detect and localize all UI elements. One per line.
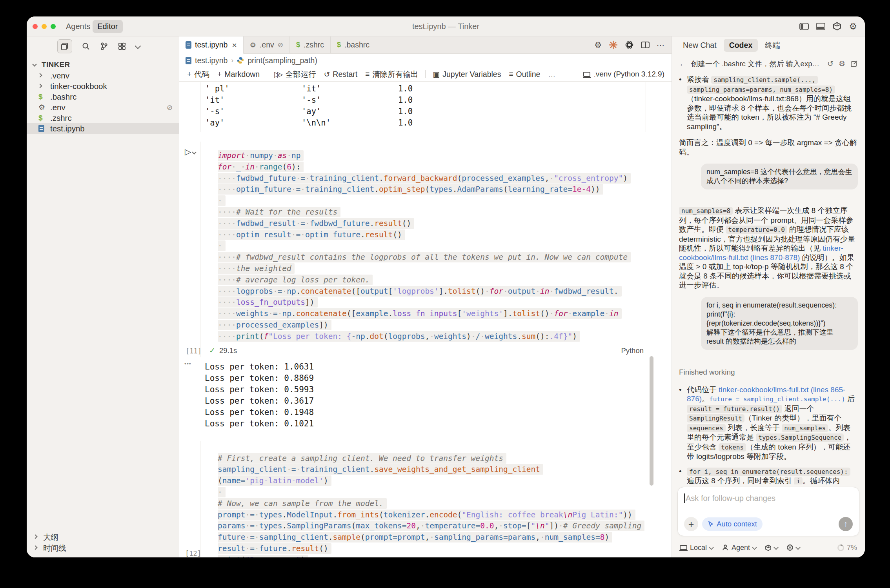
tree-item-.venv[interactable]: .venv: [27, 70, 179, 81]
openai-logo-icon[interactable]: [625, 40, 634, 49]
toolbar-outline[interactable]: ≡Outline: [506, 70, 543, 79]
tab-new-chat[interactable]: New Chat: [680, 39, 720, 52]
toggle-sidebar-icon[interactable]: [799, 23, 809, 30]
editor-tab-.bashrc[interactable]: $.bashrc: [331, 36, 376, 53]
notebook-settings-gear-icon[interactable]: ⚙: [594, 41, 602, 49]
editor-mode-tab[interactable]: Editor: [93, 20, 122, 33]
context-usage[interactable]: 7%: [837, 544, 857, 552]
toolbar-more-actions[interactable]: …: [545, 70, 559, 78]
code-line-bg: for·_·in·range(6):: [218, 162, 304, 172]
chat-thread[interactable]: ← 创建一个 .bashrc 文件，然后 输入export TINKER... …: [672, 54, 865, 484]
editor-tabstrip: test.ipynb×⚙.env⊘$.zshrc$.bashrc ⚙ ⋯: [179, 36, 672, 54]
code-cell-11[interactable]: ▷ import·numpy·as·npfor·_·in·range(6):··…: [179, 142, 646, 357]
reasoning-selector[interactable]: [786, 544, 801, 551]
model-selector[interactable]: [765, 544, 779, 551]
run-cell-button[interactable]: ▷: [185, 147, 197, 157]
tree-item-test.ipynb[interactable]: test.ipynb: [27, 123, 179, 134]
extensions-icon[interactable]: [118, 42, 126, 51]
chevron-down-icon[interactable]: [135, 43, 141, 49]
inline-code-chip: tokens: [719, 443, 746, 451]
code-line: ····optim_future·=·training_client.optim…: [200, 184, 646, 195]
tab-label: .zshrc: [304, 40, 324, 49]
code-token: ·: [273, 287, 278, 296]
explorer-icon[interactable]: [57, 39, 72, 53]
auto-context-pill[interactable]: Auto context: [702, 517, 763, 531]
vertical-scrollbar-thumb[interactable]: [650, 356, 653, 486]
toolbar-restart[interactable]: ↺Restart: [320, 70, 360, 79]
assistant-bullets-top: •紧接着 sampling_client.sample(..., samplin…: [679, 75, 858, 137]
workspace-root[interactable]: TINKER: [27, 59, 179, 70]
chat-panel: New Chat Codex 终端 ← 创建一个 .bashrc 文件，然后 输…: [672, 36, 865, 557]
code-line: ····fwdbwd_result·=·fwdbwd_future.result…: [200, 218, 646, 229]
tree-item-tinker-cookbook[interactable]: tinker-cookbook: [27, 81, 179, 91]
code-token: ·: [273, 151, 278, 160]
chat-input-card[interactable]: Ask for follow-up changes + Auto context…: [677, 487, 859, 536]
toolbar-label: 全部运行: [285, 69, 316, 80]
thread-title[interactable]: 创建一个 .bashrc 文件，然后 输入export TINKER...: [691, 59, 823, 69]
close-window-button[interactable]: [33, 24, 38, 29]
minimize-window-button[interactable]: [42, 24, 47, 29]
search-icon[interactable]: [82, 42, 90, 51]
new-thread-compose-icon[interactable]: [850, 60, 858, 67]
breadcrumb-symbol[interactable]: print(sampling_path): [248, 56, 317, 65]
notebook-icon: [186, 57, 191, 64]
toolbar-add-code[interactable]: +代码: [184, 69, 213, 80]
toolbar-clear-outputs[interactable]: ≡清除所有输出: [362, 69, 421, 80]
toolbar-label: Outline: [516, 70, 541, 79]
tree-item-.bashrc[interactable]: $.bashrc: [27, 91, 179, 102]
code-token: fwdbwd_result: [554, 287, 614, 296]
code-token: ····: [218, 298, 236, 307]
environment-selector[interactable]: Local: [680, 544, 715, 552]
timeline-section[interactable]: 时间线: [27, 542, 179, 553]
tab-label: test.ipynb: [195, 40, 228, 49]
breadcrumb-file[interactable]: test.ipynb: [195, 56, 228, 65]
cube-icon[interactable]: [832, 22, 842, 31]
code-line-bg: prompt·=·types.ModelInput.from_ints(toke…: [218, 510, 635, 520]
cell-code[interactable]: # First, create a sampling client. We ne…: [200, 441, 646, 557]
cell-language[interactable]: Python: [621, 346, 644, 355]
toolbar-run-all[interactable]: ▷▷全部运行: [271, 69, 319, 80]
claude-spark-icon[interactable]: [609, 40, 618, 49]
code-token: save_weights_and_get_sampling_client: [374, 465, 540, 474]
agents-mode-tab[interactable]: Agents: [66, 22, 90, 31]
restart-icon: ↺: [324, 70, 330, 79]
thread-settings-gear-icon[interactable]: ⚙: [839, 59, 845, 68]
toolbar-jupyter-variables[interactable]: ▣Jupyter Variables: [430, 70, 504, 79]
mode-switcher: Agents Editor: [66, 20, 123, 33]
toggle-panel-icon[interactable]: [816, 23, 825, 30]
send-button[interactable]: ↑: [839, 517, 853, 531]
tab-codex[interactable]: Codex: [724, 39, 758, 52]
code-token: stop: [503, 521, 522, 530]
inline-link[interactable]: future = sampling_client.sample(...): [709, 395, 845, 403]
toolbar-add-markdown[interactable]: +Markdown: [214, 70, 263, 79]
more-actions-icon[interactable]: ⋯: [657, 41, 664, 49]
zoom-window-button[interactable]: [51, 24, 56, 29]
code-token: ·: [296, 219, 301, 228]
cell-code[interactable]: import·numpy·as·npfor·_·in·range(6):····…: [200, 142, 646, 357]
settings-gear-icon[interactable]: ⚙: [849, 22, 857, 31]
source-control-icon[interactable]: [100, 42, 108, 51]
code-token: result: [291, 544, 319, 553]
shell-icon: $: [337, 41, 341, 49]
outline-section[interactable]: 大纲: [27, 532, 179, 542]
tree-item-.env[interactable]: ⚙.env⊘: [27, 102, 179, 113]
tab-terminal[interactable]: 终端: [762, 38, 783, 53]
tree-item-.zshrc[interactable]: $.zshrc: [27, 113, 179, 123]
editor-tab-.env[interactable]: ⚙.env⊘: [244, 36, 290, 53]
code-token: ): [572, 332, 577, 341]
chat-input[interactable]: Ask for follow-up changes: [684, 493, 853, 503]
editor-tab-test.ipynb[interactable]: test.ipynb×: [179, 36, 244, 54]
history-icon[interactable]: ↺: [827, 59, 834, 68]
output-collapse-icon[interactable]: •••: [184, 360, 191, 367]
editor-tab-.zshrc[interactable]: $.zshrc: [290, 36, 331, 53]
notebook-scroll-area[interactable]: ' pl''it'1.0'it''-s'1.0'-s''ay'1.0'ay''\…: [179, 82, 672, 557]
split-editor-icon[interactable]: [641, 42, 650, 48]
code-token: sampling_client: [218, 465, 287, 474]
close-icon[interactable]: ×: [232, 40, 237, 50]
code-cell-12[interactable]: [12] # First, create a sampling client. …: [179, 441, 646, 557]
back-icon[interactable]: ←: [679, 59, 687, 68]
kernel-picker[interactable]: .venv (Python 3.12.9): [583, 70, 672, 78]
attach-plus-button[interactable]: +: [684, 517, 698, 531]
mode-selector[interactable]: Agent: [722, 544, 758, 552]
code-token: =: [278, 287, 282, 296]
